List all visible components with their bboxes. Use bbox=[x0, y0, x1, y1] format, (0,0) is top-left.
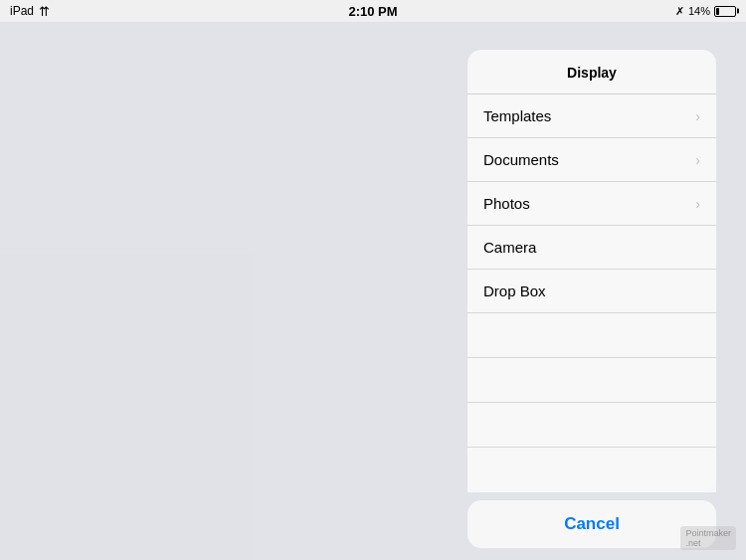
menu-item-label-camera: Camera bbox=[483, 239, 536, 256]
menu-item-label-photos: Photos bbox=[483, 195, 530, 212]
menu-item-documents[interactable]: Documents › bbox=[467, 138, 716, 182]
status-time: 2:10 PM bbox=[348, 4, 397, 19]
watermark: Pointmaker.net bbox=[680, 526, 736, 550]
action-sheet: Display Templates › Documents › Photos ›… bbox=[467, 50, 716, 548]
menu-item-templates[interactable]: Templates › bbox=[467, 94, 716, 138]
action-sheet-title-section: Display bbox=[467, 50, 716, 94]
action-sheet-cancel-section: Cancel bbox=[467, 500, 716, 548]
cancel-button[interactable]: Cancel bbox=[467, 500, 716, 548]
battery-body bbox=[714, 6, 736, 17]
wifi-icon: ⇈ bbox=[39, 4, 50, 19]
menu-item-dropbox[interactable]: Drop Box bbox=[467, 270, 716, 313]
battery-fill bbox=[716, 8, 719, 15]
empty-row-1 bbox=[467, 313, 716, 358]
menu-item-label-dropbox: Drop Box bbox=[483, 282, 546, 299]
bluetooth-icon: ✗ bbox=[675, 5, 684, 18]
status-left: iPad ⇈ bbox=[10, 4, 50, 19]
empty-row-4 bbox=[467, 448, 716, 492]
empty-row-3 bbox=[467, 403, 716, 448]
chevron-right-icon-documents: › bbox=[695, 152, 700, 168]
main-background: Display Templates › Documents › Photos ›… bbox=[0, 22, 746, 560]
status-right: ✗ 14% bbox=[675, 5, 736, 18]
menu-item-photos[interactable]: Photos › bbox=[467, 182, 716, 226]
battery-icon bbox=[714, 6, 736, 17]
empty-row-2 bbox=[467, 358, 716, 403]
device-label: iPad bbox=[10, 4, 34, 18]
chevron-right-icon-photos: › bbox=[695, 196, 700, 212]
chevron-right-icon-templates: › bbox=[695, 108, 700, 124]
action-sheet-title: Display bbox=[567, 65, 617, 81]
menu-item-label-templates: Templates bbox=[483, 107, 551, 124]
cancel-label: Cancel bbox=[564, 514, 620, 534]
status-bar: iPad ⇈ 2:10 PM ✗ 14% bbox=[0, 0, 746, 22]
battery-percent: 14% bbox=[688, 5, 710, 17]
watermark-text: Pointmaker.net bbox=[685, 528, 731, 548]
menu-item-camera[interactable]: Camera bbox=[467, 226, 716, 270]
action-sheet-menu: Templates › Documents › Photos › Camera … bbox=[467, 94, 716, 492]
menu-item-label-documents: Documents bbox=[483, 151, 559, 168]
